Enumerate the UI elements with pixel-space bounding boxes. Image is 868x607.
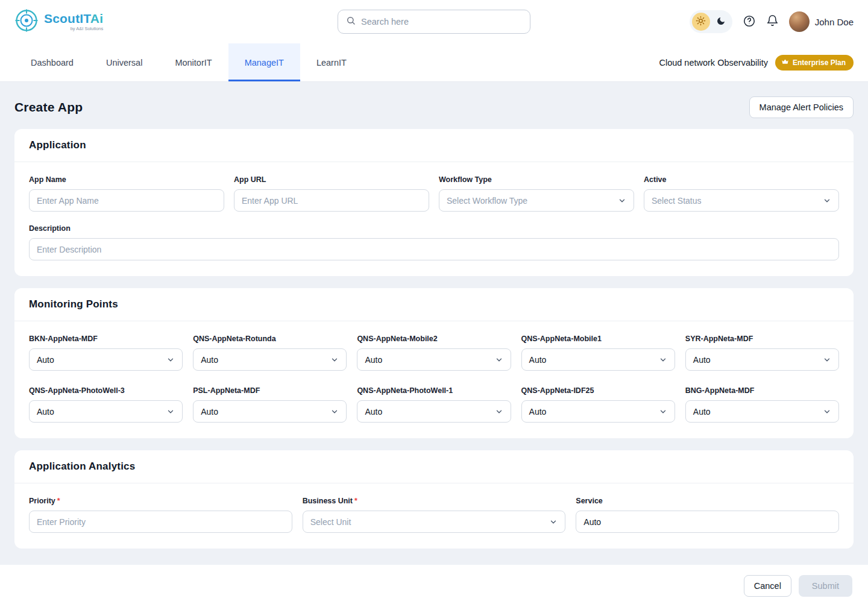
- chevron-down-icon: [618, 197, 626, 205]
- chevron-down-icon: [495, 407, 503, 416]
- monitoring-point: QNS-AppNeta-Mobile1 Auto: [521, 335, 675, 371]
- monitoring-point: QNS-AppNeta-Mobile2 Auto: [357, 335, 511, 371]
- search-input[interactable]: [361, 17, 522, 27]
- priority-label: Priority: [29, 497, 55, 505]
- monitoring-point-label: QNS-AppNeta-PhotoWell-3: [29, 386, 183, 395]
- search-icon: [346, 16, 356, 28]
- workflow-type-label: Workflow Type: [439, 175, 634, 184]
- app-header: ScoutITAi by A&I Solutions: [0, 0, 868, 43]
- app-url-label: App URL: [234, 175, 429, 184]
- notifications-button[interactable]: [766, 14, 779, 29]
- primary-nav: Dashboard Universal MonitorIT ManageIT L…: [0, 43, 868, 82]
- required-asterisk: *: [354, 497, 357, 505]
- required-asterisk: *: [57, 497, 60, 505]
- cancel-button[interactable]: Cancel: [744, 575, 791, 597]
- help-icon: [743, 14, 756, 30]
- moon-icon: [716, 16, 726, 28]
- main-content: Create App Manage Alert Policies Applica…: [0, 82, 868, 565]
- brand-tagline: by A&I Solutions: [44, 27, 103, 31]
- monitoring-point: SYR-AppNeta-MDF Auto: [685, 335, 839, 371]
- user-name: John Doe: [815, 17, 854, 27]
- chevron-down-icon: [330, 407, 339, 416]
- global-search: [338, 10, 530, 34]
- monitoring-point-label: QNS-AppNeta-Mobile2: [357, 335, 511, 343]
- monitoring-point-label: SYR-AppNeta-MDF: [685, 335, 839, 343]
- monitoring-point-select[interactable]: Auto: [29, 348, 183, 371]
- chevron-down-icon: [823, 197, 831, 205]
- user-menu[interactable]: John Doe: [789, 11, 854, 32]
- business-unit-label: Business Unit: [303, 497, 353, 505]
- tab-manageit[interactable]: ManageIT: [228, 43, 300, 81]
- monitoring-section-title: Monitoring Points: [29, 298, 839, 310]
- service-label: Service: [576, 497, 839, 505]
- bell-icon: [766, 14, 779, 29]
- app-url-input[interactable]: [234, 189, 429, 212]
- monitoring-point-label: QNS-AppNeta-IDF25: [521, 386, 675, 395]
- app-logo[interactable]: ScoutITAi by A&I Solutions: [14, 8, 103, 35]
- light-mode-button[interactable]: [692, 13, 710, 31]
- monitoring-points-card: Monitoring Points BKN-AppNeta-MDF Auto Q…: [14, 288, 854, 438]
- monitoring-point: BNG-AppNeta-MDF Auto: [685, 386, 839, 423]
- monitoring-point-select[interactable]: Auto: [685, 400, 839, 423]
- monitoring-point-label: QNS-AppNeta-PhotoWell-1: [357, 386, 511, 395]
- page-title: Create App: [14, 100, 83, 115]
- tab-dashboard[interactable]: Dashboard: [14, 43, 90, 81]
- chevron-down-icon: [823, 407, 831, 416]
- help-button[interactable]: [743, 14, 756, 30]
- observability-context-label: Cloud network Observability: [659, 58, 768, 68]
- monitoring-point-label: BNG-AppNeta-MDF: [685, 386, 839, 395]
- monitoring-point-select[interactable]: Auto: [357, 400, 511, 423]
- monitoring-point-label: PSL-AppNeta-MDF: [193, 386, 347, 395]
- workflow-type-select[interactable]: Select Workflow Type: [439, 189, 634, 212]
- chevron-down-icon: [166, 356, 175, 364]
- chevron-down-icon: [549, 518, 558, 526]
- chevron-down-icon: [823, 356, 831, 364]
- monitoring-point: PSL-AppNeta-MDF Auto: [193, 386, 347, 423]
- app-name-label: App Name: [29, 175, 224, 184]
- monitoring-point: QNS-AppNeta-Rotunda Auto: [193, 335, 347, 371]
- description-input[interactable]: [29, 238, 839, 260]
- monitoring-point: QNS-AppNeta-PhotoWell-3 Auto: [29, 386, 183, 423]
- manage-alert-policies-button[interactable]: Manage Alert Policies: [749, 96, 854, 118]
- chevron-down-icon: [659, 407, 667, 416]
- crown-icon: [781, 58, 789, 68]
- chevron-down-icon: [166, 407, 175, 416]
- plan-badge-label: Enterprise Plan: [793, 58, 846, 67]
- monitoring-point-select[interactable]: Auto: [357, 348, 511, 371]
- monitoring-point-select[interactable]: Auto: [685, 348, 839, 371]
- plan-badge[interactable]: Enterprise Plan: [775, 55, 854, 71]
- application-analytics-card: Application Analytics Priority* Business…: [14, 450, 854, 549]
- analytics-section-title: Application Analytics: [29, 461, 839, 473]
- active-label: Active: [644, 175, 839, 184]
- monitoring-point-select[interactable]: Auto: [521, 348, 675, 371]
- application-card: Application App Name App URL Workflow Ty…: [14, 129, 854, 276]
- monitoring-point-select[interactable]: Auto: [521, 400, 675, 423]
- business-unit-select[interactable]: Select Unit: [303, 511, 566, 533]
- active-status-select[interactable]: Select Status: [644, 189, 839, 212]
- form-actions-bar: Cancel Submit: [0, 565, 868, 607]
- sun-icon: [696, 16, 706, 28]
- theme-toggle: [690, 10, 732, 33]
- monitoring-point-select[interactable]: Auto: [193, 400, 347, 423]
- monitoring-point-select[interactable]: Auto: [29, 400, 183, 423]
- service-input[interactable]: [576, 511, 839, 533]
- tab-monitorit[interactable]: MonitorIT: [159, 43, 228, 81]
- priority-input[interactable]: [29, 511, 292, 533]
- tab-learnit[interactable]: LearnIT: [300, 43, 363, 81]
- tab-universal[interactable]: Universal: [90, 43, 159, 81]
- monitoring-point: QNS-AppNeta-IDF25 Auto: [521, 386, 675, 423]
- logo-target-icon: [14, 8, 39, 35]
- monitoring-point: QNS-AppNeta-PhotoWell-1 Auto: [357, 386, 511, 423]
- chevron-down-icon: [659, 356, 667, 364]
- monitoring-point-select[interactable]: Auto: [193, 348, 347, 371]
- description-label: Description: [29, 224, 839, 233]
- chevron-down-icon: [330, 356, 339, 364]
- dark-mode-button[interactable]: [712, 13, 730, 31]
- submit-button[interactable]: Submit: [799, 575, 852, 597]
- monitoring-point: BKN-AppNeta-MDF Auto: [29, 335, 183, 371]
- chevron-down-icon: [495, 356, 503, 364]
- monitoring-point-label: BKN-AppNeta-MDF: [29, 335, 183, 343]
- app-name-input[interactable]: [29, 189, 224, 212]
- monitoring-point-label: QNS-AppNeta-Rotunda: [193, 335, 347, 343]
- avatar[interactable]: [789, 11, 810, 32]
